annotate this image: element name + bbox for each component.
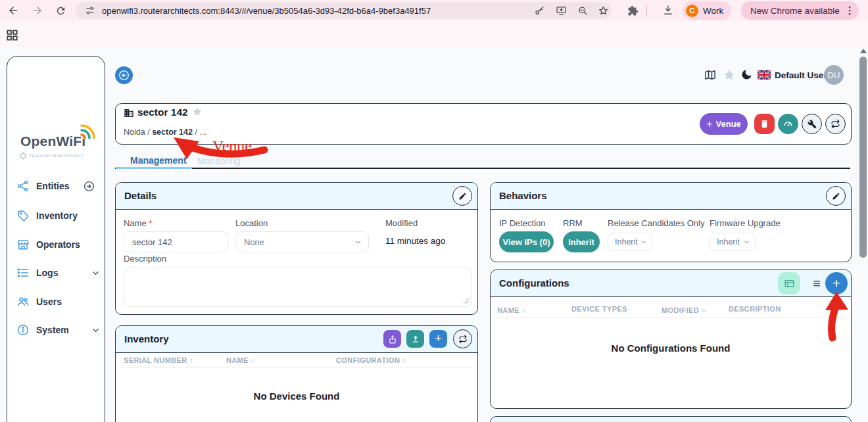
sidebar-item-users[interactable]: Users — [16, 293, 102, 310]
details-title: Details — [124, 190, 157, 201]
column-header-description[interactable]: DESCRIPTION — [729, 305, 781, 313]
user-avatar[interactable]: DU — [824, 65, 844, 85]
add-venue-button[interactable]: + Venue — [700, 113, 748, 135]
breadcrumb-root[interactable]: Noida — [124, 128, 145, 137]
favorite-star-button[interactable] — [723, 68, 736, 82]
star-icon — [723, 68, 736, 82]
avatar: C — [686, 5, 698, 17]
apps-grid-icon — [6, 29, 18, 41]
location-label: Location — [235, 218, 268, 228]
language-flag-button[interactable] — [758, 70, 771, 80]
firmware-upgrade-select[interactable]: Inherit — [710, 233, 756, 251]
add-venue-label: Venue — [716, 119, 741, 129]
site-settings-icon[interactable] — [85, 5, 95, 16]
tab-monitoring[interactable]: Monitoring — [197, 156, 240, 166]
tabs-divider — [115, 168, 850, 169]
view-ips-button[interactable]: View IPs (0) — [499, 231, 554, 252]
add-configuration-button[interactable]: + — [825, 272, 848, 294]
breadcrumb: Noida / sector 142 / ... — [124, 128, 206, 137]
column-header-name[interactable]: NAME ↑ — [497, 306, 525, 314]
dashboard-button[interactable] — [778, 114, 798, 134]
refresh-inventory-button[interactable] — [453, 329, 472, 348]
page-back-button[interactable] — [115, 66, 133, 84]
breadcrumb-current[interactable]: sector 142 — [152, 128, 193, 137]
chevron-down-icon — [91, 325, 101, 335]
behaviors-edit-button[interactable] — [826, 186, 846, 206]
profile-label: Work — [703, 6, 723, 16]
menu-dots-icon[interactable]: ⋮ — [845, 5, 855, 16]
description-textarea[interactable] — [124, 268, 472, 307]
tab-management[interactable]: Management — [130, 155, 187, 166]
sidebar-item-entities[interactable]: Entities — [16, 177, 102, 195]
browser-reload-button[interactable] — [53, 3, 68, 18]
location-select[interactable]: None — [235, 231, 369, 252]
extensions-button[interactable] — [625, 3, 640, 18]
name-input[interactable] — [124, 231, 228, 252]
name-label: Name * — [124, 218, 152, 228]
column-header-name[interactable]: NAME ○ — [226, 356, 256, 364]
sidebar-item-system[interactable]: System — [16, 321, 102, 339]
chevron-down-icon — [743, 239, 750, 246]
firmware-upgrade-label: Firmware Upgrade — [710, 218, 781, 228]
sidebar-item-logs[interactable]: Logs — [16, 264, 102, 281]
breadcrumb-more[interactable]: ... — [199, 128, 206, 137]
description-label: Description — [124, 254, 166, 264]
resize-grip-icon[interactable] — [463, 298, 470, 304]
release-candidates-label: Release Candidates Only — [608, 218, 704, 228]
list-view-button[interactable]: ≡ — [808, 274, 825, 293]
sidebar-item-label: Entities — [36, 181, 70, 191]
install-app-icon[interactable] — [556, 5, 567, 16]
zoom-icon[interactable] — [577, 5, 589, 16]
wrench-icon — [808, 120, 817, 129]
rrm-inherit-button[interactable]: Inherit — [563, 231, 600, 252]
browser-back-button[interactable] — [5, 3, 21, 18]
release-candidates-value: Inherit — [615, 237, 638, 246]
apps-grid-button[interactable] — [4, 27, 20, 43]
behaviors-card: Behaviors IP Detection View IPs (0) RRM … — [490, 182, 852, 262]
pencil-icon — [458, 192, 467, 200]
map-button[interactable] — [704, 68, 717, 82]
inventory-title: Inventory — [124, 333, 169, 344]
url-bar[interactable]: openwifi3.routerarchitects.com:8443/#/ve… — [76, 2, 612, 19]
table-view-button[interactable] — [778, 272, 800, 294]
trash-icon — [760, 119, 769, 129]
sidebar-item-label: Inventory — [36, 210, 78, 221]
upload-icon — [411, 335, 420, 344]
import-devices-button[interactable] — [406, 330, 424, 348]
details-edit-button[interactable] — [452, 186, 472, 206]
downloads-button[interactable] — [660, 3, 676, 18]
arrow-right-circle-icon[interactable] — [83, 180, 95, 193]
column-header-device-types[interactable]: DEVICE TYPES — [571, 305, 627, 313]
update-chrome-button[interactable]: New Chrome available ⋮ — [741, 1, 859, 20]
chevron-down-icon — [354, 238, 362, 246]
venue-star-button[interactable] — [192, 106, 203, 117]
password-key-icon[interactable] — [534, 5, 545, 16]
scrollbar-thumb[interactable] — [859, 57, 867, 258]
toolbar-divider — [646, 5, 647, 16]
annotation-venue-label: Venue — [212, 137, 252, 155]
scrollbar-up-arrow[interactable] — [860, 49, 867, 53]
export-devices-button[interactable] — [383, 330, 401, 348]
gauge-icon — [783, 118, 794, 129]
forward-arrow-icon — [32, 5, 43, 16]
download-icon — [662, 5, 674, 16]
sidebar-item-inventory[interactable]: Inventory — [16, 207, 102, 224]
rtty-tools-button[interactable] — [802, 114, 822, 134]
column-header-configuration[interactable]: CONFIGURATION ○ — [336, 356, 407, 364]
ip-detection-label: IP Detection — [499, 218, 546, 228]
wifi-arcs-logo-icon — [80, 122, 97, 139]
moon-icon — [740, 68, 753, 81]
add-device-button[interactable]: + — [429, 330, 447, 348]
browser-forward-button[interactable] — [30, 3, 45, 18]
release-candidates-select[interactable]: Inherit — [608, 233, 652, 251]
sidebar-item-operators[interactable]: Operators — [16, 236, 102, 253]
column-header-modified[interactable]: MODIFIED ○ — [662, 306, 706, 314]
bookmarks-bar — [0, 21, 868, 48]
delete-venue-button[interactable] — [754, 114, 775, 134]
bookmark-star-icon[interactable] — [598, 5, 609, 16]
dark-mode-button[interactable] — [740, 68, 753, 81]
refresh-venue-button[interactable] — [825, 114, 846, 134]
table-header-divider — [496, 317, 846, 317]
column-header-serial-number[interactable]: SERIAL NUMBER ↑ — [124, 356, 193, 364]
profile-chip[interactable]: C Work — [683, 1, 731, 20]
